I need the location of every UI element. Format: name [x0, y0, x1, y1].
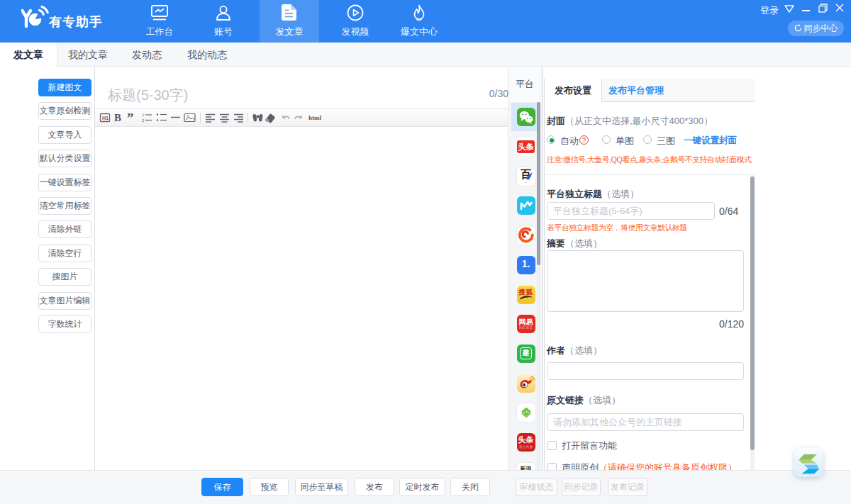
- svg-text:H1: H1: [102, 116, 109, 121]
- svg-text:”: ”: [127, 111, 134, 125]
- svg-text:B: B: [114, 112, 121, 123]
- svg-text:2: 2: [142, 118, 145, 123]
- svg-text:html: html: [308, 114, 321, 121]
- svg-text:1: 1: [142, 113, 145, 117]
